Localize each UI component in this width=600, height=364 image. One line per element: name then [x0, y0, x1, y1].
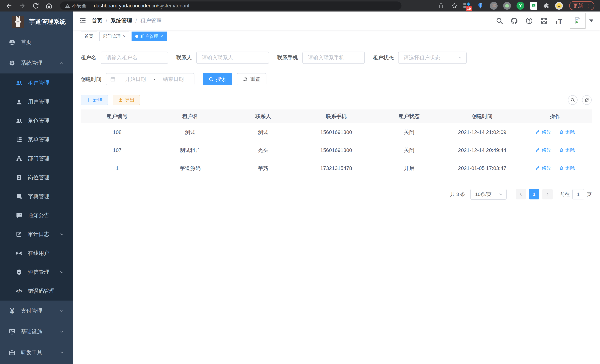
trash-icon	[559, 130, 564, 134]
browser-back-icon[interactable]	[6, 2, 12, 9]
current-page-button[interactable]: 1	[529, 189, 539, 199]
extension-notes-icon[interactable]	[530, 2, 538, 10]
error-code-icon: </>	[16, 288, 23, 295]
share-icon[interactable]	[438, 3, 444, 9]
user-avatar-broken-image[interactable]	[570, 13, 586, 28]
browser-menu-icon[interactable]: ⋮	[586, 3, 591, 9]
export-button[interactable]: 导出	[112, 95, 140, 105]
table-toolbar: 新增 导出	[81, 95, 592, 105]
url-text[interactable]: dashboard.yudao.iocoder.cn/system/tenant	[94, 3, 189, 9]
delete-link[interactable]: 删除	[559, 147, 575, 153]
extension-tabs-icon[interactable]: 10	[463, 2, 471, 10]
breadcrumb-system[interactable]: 系统管理	[111, 17, 132, 25]
sidebar-item-post[interactable]: 岗位管理	[0, 168, 73, 187]
extension-command-icon[interactable]: ⌘	[490, 2, 497, 10]
profile-avatar-icon[interactable]	[555, 2, 563, 10]
tab-dept[interactable]: 部门管理 ×	[99, 32, 129, 41]
search-button[interactable]: 搜索	[203, 73, 232, 85]
chevron-left-icon	[519, 192, 523, 196]
breadcrumb-home[interactable]: 首页	[92, 17, 103, 25]
filter-row-1: 租户名 联系人 联系手机 租户状态 请选择租户状态	[81, 52, 592, 64]
sidebar-item-audit-log[interactable]: 审计日志	[0, 225, 73, 244]
address-bar[interactable]: 不安全 dashboard.yudao.iocoder.cn/system/te…	[60, 1, 402, 10]
tenant-table: 租户编号 租户名 联系人 联系手机 租户状态 创建时间 操作 108 测试 测试…	[81, 110, 592, 177]
sidebar-item-payment[interactable]: ¥ 支付管理	[0, 300, 73, 321]
edit-link[interactable]: 修改	[535, 129, 551, 135]
sidebar-item-dept[interactable]: 部门管理	[0, 149, 73, 168]
sidebar-item-sms[interactable]: 短信管理	[0, 263, 73, 282]
pencil-icon	[535, 130, 540, 134]
sidebar-item-error-code[interactable]: </> 错误码管理	[0, 282, 73, 300]
chevron-down-icon	[59, 232, 64, 237]
fullscreen-icon[interactable]	[540, 17, 548, 25]
col-created: 创建时间	[446, 110, 519, 123]
prev-page-button[interactable]	[516, 189, 526, 199]
trash-icon	[559, 148, 564, 152]
next-page-button[interactable]	[542, 189, 553, 199]
security-label[interactable]: 不安全	[72, 3, 86, 9]
sidebar-item-home[interactable]: 首页	[0, 32, 73, 53]
sidebar-logo[interactable]: 芋道管理系统	[0, 11, 73, 32]
sidebar-item-menu[interactable]: 菜单管理	[0, 130, 73, 149]
contact-input[interactable]	[196, 52, 269, 64]
sidebar-item-devtools[interactable]: 研发工具	[0, 342, 73, 363]
sidebar-item-online-users[interactable]: 在线用户	[0, 244, 73, 263]
date-range-picker[interactable]: 开始日期 - 结束日期	[106, 73, 194, 85]
delete-link[interactable]: 删除	[559, 129, 575, 135]
extensions-puzzle-icon[interactable]	[543, 3, 550, 9]
status-select[interactable]: 请选择租户状态	[398, 52, 467, 64]
extension-y-icon[interactable]: Y	[516, 2, 524, 10]
sidebar-item-infrastructure[interactable]: 基础设施	[0, 321, 73, 342]
chevron-down-icon	[59, 350, 64, 355]
help-icon[interactable]	[525, 17, 533, 25]
tenant-users-icon	[16, 79, 23, 86]
col-status: 租户状态	[373, 110, 446, 123]
close-icon[interactable]: ×	[160, 34, 163, 39]
header-search-icon[interactable]	[496, 17, 503, 25]
table-row: 108 测试 测试 15601691300 关闭 2021-12-14 21:0…	[81, 123, 592, 141]
sidebar-item-user[interactable]: 用户管理	[0, 92, 73, 111]
infrastructure-icon	[9, 328, 16, 335]
org-chart-icon	[16, 155, 23, 162]
extension-recorder-icon[interactable]	[503, 2, 511, 10]
tab-tenant[interactable]: 租户管理 ×	[131, 32, 167, 41]
tab-home[interactable]: 首页	[81, 32, 97, 41]
bookmark-star-icon[interactable]	[451, 3, 458, 9]
sidebar-collapse-icon[interactable]	[79, 17, 86, 25]
delete-link[interactable]: 删除	[559, 165, 575, 171]
edit-link[interactable]: 修改	[535, 165, 551, 171]
tenant-name-input[interactable]	[101, 52, 168, 64]
toggle-search-button[interactable]	[568, 95, 578, 105]
table-row: 1 芋道源码 芋艿 17321315478 开启 2021-01-05 17:0…	[81, 159, 592, 177]
sidebar-item-notice[interactable]: 通知公告	[0, 206, 73, 225]
gear-icon	[9, 60, 16, 67]
sidebar-item-tenant[interactable]: 租户管理	[0, 74, 73, 92]
post-badge-icon	[16, 174, 23, 181]
browser-update-button[interactable]: 更新 ⋮	[569, 1, 594, 10]
chevron-down-icon	[59, 329, 64, 334]
active-tab-dot	[135, 35, 138, 38]
sidebar-item-dict[interactable]: 字典管理	[0, 187, 73, 206]
browser-home-icon[interactable]	[46, 2, 52, 9]
chevron-down-icon	[498, 192, 503, 197]
avatar-dropdown-caret-icon[interactable]	[589, 19, 593, 22]
extension-kite-icon[interactable]	[477, 2, 484, 10]
github-icon[interactable]	[511, 17, 518, 25]
refresh-table-button[interactable]	[582, 95, 592, 105]
sidebar-item-system[interactable]: 系统管理	[0, 53, 73, 74]
sidebar-item-role[interactable]: 角色管理	[0, 111, 73, 130]
page-size-select[interactable]: 10条/页	[470, 189, 507, 200]
mobile-label: 联系手机	[277, 54, 298, 61]
reset-button[interactable]: 重置	[237, 73, 266, 85]
omnibox-divider	[90, 3, 90, 9]
notice-icon	[16, 212, 23, 219]
goto-page-input[interactable]	[572, 189, 584, 199]
browser-forward-icon[interactable]	[19, 2, 26, 9]
add-button[interactable]: 新增	[81, 95, 108, 105]
browser-reload-icon[interactable]	[32, 2, 39, 9]
edit-link[interactable]: 修改	[535, 147, 551, 153]
mobile-input[interactable]	[302, 52, 365, 64]
font-size-icon[interactable]: TT	[555, 17, 562, 25]
plus-icon	[86, 98, 91, 103]
close-icon[interactable]: ×	[123, 34, 126, 39]
